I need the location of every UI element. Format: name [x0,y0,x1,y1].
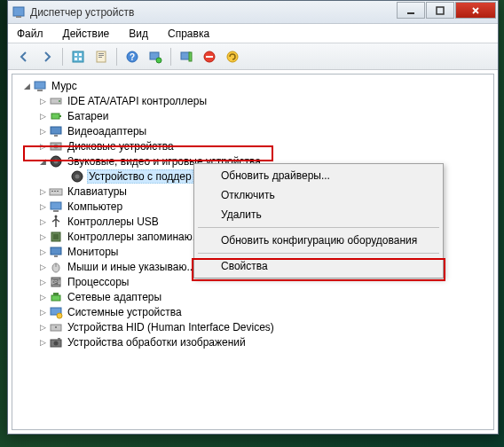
scan-icon[interactable] [145,46,166,67]
collapse-icon[interactable]: ◢ [21,81,32,91]
svg-rect-10 [98,53,104,54]
svg-rect-38 [54,191,56,192]
svg-rect-1 [16,16,21,18]
back-button[interactable] [13,46,35,67]
expand-icon[interactable]: ▷ [37,216,48,227]
svg-rect-46 [54,255,58,257]
computer-icon [33,79,47,93]
ctx-scan[interactable]: Обновить конфигурацию оборудования [196,231,441,250]
expand-icon[interactable]: ▷ [37,186,48,197]
minimize-button[interactable] [397,2,425,19]
tree-category-disk[interactable]: ▷Дисковые устройства [37,138,492,153]
svg-point-59 [54,341,59,345]
toolbar-separator [116,48,117,66]
expand-icon[interactable]: ▷ [37,126,48,137]
svg-rect-18 [189,52,192,61]
svg-point-31 [54,144,59,148]
menu-file[interactable]: Файл [13,26,47,42]
toolbar: ? [8,43,498,70]
category-label: Устройства обработки изображений [66,336,248,349]
svg-point-33 [54,159,59,163]
tree-category-hid[interactable]: ▷Устройства HID (Human Interface Devices… [37,319,492,334]
properties-icon[interactable] [91,46,112,67]
help-icon[interactable]: ? [122,46,143,67]
menu-action[interactable]: Действие [59,26,114,42]
window-title: Диспетчер устройств [30,6,397,19]
forward-button[interactable] [36,46,58,67]
ctx-disable[interactable]: Отключить [196,185,441,205]
category-label: Видеоадаптеры [66,125,148,137]
expand-icon[interactable]: ▷ [37,292,48,302]
tree-category-img[interactable]: ▷Устройства обработки изображений [37,334,492,349]
battery-icon [49,109,63,123]
category-label: Мониторы [66,246,120,258]
expand-icon[interactable]: ▷ [37,307,48,318]
expand-icon[interactable]: ▷ [37,111,48,122]
expand-icon[interactable]: ▷ [37,337,48,348]
category-label: IDE ATA/ATAPI контроллеры [66,95,209,107]
tree-category-sys[interactable]: ▷Системные устройства [37,304,492,319]
svg-rect-28 [51,127,61,134]
svg-rect-11 [98,55,104,56]
ctx-update-drivers[interactable]: Обновить драйверы... [196,166,441,185]
toolbar-separator [170,48,171,66]
monitor-icon [49,245,63,259]
device-label: Устройство с поддер [87,169,193,184]
expand-icon[interactable]: ▷ [37,201,48,212]
chip-icon [49,230,63,244]
svg-point-35 [75,174,80,178]
svg-rect-26 [51,114,59,119]
net-icon [49,290,63,304]
show-all-icon[interactable] [67,46,89,67]
svg-point-21 [227,51,238,62]
ctx-remove[interactable]: Удалить [196,205,441,224]
cpu-icon: CPU [49,275,63,289]
category-label: Системные устройства [66,306,184,318]
tree-category-bat[interactable]: ▷Батареи [37,108,492,123]
expand-icon[interactable]: ▷ [37,231,48,242]
category-label: Мыши и иные указываю... [66,261,197,273]
ctx-separator [198,253,439,254]
expand-icon[interactable]: ▷ [37,262,48,272]
uninstall-icon[interactable] [176,46,197,67]
ctx-properties[interactable]: Свойства [196,256,441,276]
menu-help[interactable]: Справка [164,26,213,42]
svg-text:CPU: CPU [51,279,61,285]
disk-icon [49,139,63,153]
mouse-icon [49,260,63,274]
tree-category-ide[interactable]: ▷IDE ATA/ATAPI контроллеры [37,93,492,108]
disable-icon[interactable] [199,46,220,67]
expand-icon[interactable]: ◢ [37,156,48,167]
svg-rect-41 [53,210,59,212]
svg-point-42 [55,215,58,217]
expand-icon[interactable]: ▷ [37,141,48,152]
svg-rect-44 [53,234,59,239]
svg-rect-29 [54,135,58,137]
expand-icon[interactable]: ▷ [37,96,48,106]
svg-rect-5 [75,53,77,56]
camera-icon [49,335,63,349]
expand-icon[interactable]: ▷ [37,322,48,333]
expand-icon[interactable]: ▷ [37,277,48,287]
maximize-button[interactable] [426,2,454,19]
update-icon[interactable] [222,46,243,67]
computer-icon [49,200,63,214]
svg-rect-12 [98,57,102,58]
svg-rect-6 [79,53,82,56]
category-label: Дисковые устройства [66,140,176,153]
expand-icon[interactable]: ▷ [37,247,48,257]
tree-category-video[interactable]: ▷Видеоадаптеры [37,123,492,138]
svg-rect-60 [58,338,60,340]
category-label: Сетевые адаптеры [66,291,163,303]
tree-category-net[interactable]: ▷Сетевые адаптеры [37,289,492,304]
svg-rect-23 [37,90,43,91]
tree-root[interactable]: ◢Мурс [21,78,492,93]
svg-rect-52 [51,295,60,301]
close-button[interactable] [455,2,496,19]
svg-rect-2 [407,12,414,14]
category-label: Клавиатуры [66,185,129,198]
menu-view[interactable]: Вид [125,26,152,42]
category-label: Батареи [66,110,110,122]
svg-point-57 [55,326,57,328]
svg-point-55 [57,313,62,318]
